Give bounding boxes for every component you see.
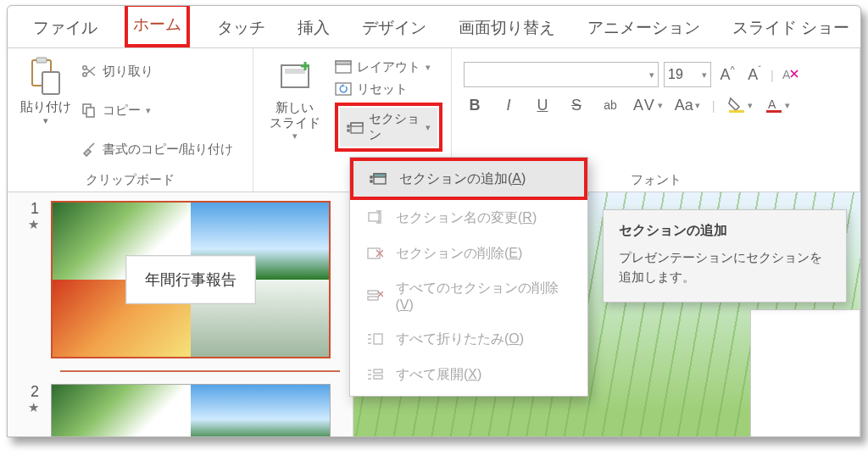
scissors-icon <box>81 63 97 80</box>
slide-1-title: 年間行事報告 <box>125 255 256 304</box>
tab-slideshow[interactable]: スライド ショー <box>727 10 854 47</box>
layout-label: レイアウト <box>357 59 420 75</box>
svg-rect-30 <box>374 375 382 379</box>
bold-button[interactable]: B <box>464 94 486 116</box>
slide-thumbnail-1[interactable]: 年間行事報告 <box>51 201 331 358</box>
tab-file[interactable]: ファイル <box>28 10 103 47</box>
app-window: ファイル ホーム タッチ 挿入 デザイン 画面切り替え アニメーション スライド… <box>7 5 861 437</box>
svg-rect-27 <box>368 297 378 300</box>
chevron-down-icon: ▾ <box>426 62 431 73</box>
section-rename-icon <box>365 208 384 227</box>
paste-button[interactable]: 貼り付け ▾ <box>16 53 75 167</box>
tab-design[interactable]: デザイン <box>357 10 431 47</box>
copy-label: コピー <box>103 103 141 119</box>
section-button[interactable]: セクション ▾ <box>340 108 437 147</box>
group-title-clipboard: クリップボード <box>16 167 244 188</box>
svg-rect-12 <box>351 123 363 133</box>
menu-label: すべて折りたたみ(O) <box>396 330 524 348</box>
chevron-down-icon: ▾ <box>649 69 654 81</box>
strike-button[interactable]: S <box>565 94 587 116</box>
grow-font-button[interactable]: A^ <box>716 64 738 86</box>
slide-thumbnail-2[interactable] <box>51 384 331 436</box>
new-slide-label: 新しい スライド <box>270 100 320 131</box>
format-painter-button[interactable]: 書式のコピー/貼り付け <box>81 141 233 158</box>
svg-rect-23 <box>370 181 372 182</box>
animation-star-icon: ★ <box>28 401 39 414</box>
collapse-all-icon <box>365 330 384 348</box>
slide-number: 2★ <box>28 384 39 414</box>
highlight-section-button: セクション ▾ <box>335 103 442 152</box>
cut-label: 切り取り <box>103 64 153 80</box>
svg-point-4 <box>83 66 86 69</box>
chevron-down-icon: ▾ <box>426 122 431 133</box>
ribbon-tabs: ファイル ホーム タッチ 挿入 デザイン 画面切り替え アニメーション スライド… <box>8 6 860 48</box>
slide-title-placeholder[interactable] <box>750 309 860 436</box>
underline-button[interactable]: U <box>531 94 554 116</box>
chevron-down-icon: ▾ <box>292 131 298 142</box>
svg-point-3 <box>83 73 86 76</box>
change-case-button[interactable]: Aa <box>675 94 700 116</box>
svg-rect-10 <box>336 61 351 64</box>
section-label: セクション <box>369 111 420 143</box>
menu-label: セクション名の変更(R) <box>396 209 537 227</box>
menu-label: すべて展開(X) <box>396 366 481 384</box>
char-spacing-button[interactable]: AV <box>633 94 663 116</box>
tab-transition[interactable]: 画面切り替え <box>453 10 560 47</box>
format-painter-label: 書式のコピー/貼り付け <box>103 142 233 158</box>
menu-label: セクションの削除(E) <box>396 245 522 263</box>
tab-touch[interactable]: タッチ <box>212 10 270 47</box>
svg-rect-21 <box>374 174 386 177</box>
svg-rect-26 <box>368 291 378 294</box>
menu-add-section[interactable]: セクションの追加(A) <box>353 161 584 197</box>
tooltip-title: セクションの追加 <box>619 222 831 240</box>
reset-button[interactable]: リセット <box>335 81 442 97</box>
section-remove-all-icon <box>365 287 384 306</box>
svg-rect-6 <box>86 108 94 117</box>
svg-rect-28 <box>374 334 382 344</box>
expand-all-icon <box>365 365 384 384</box>
svg-rect-25 <box>368 248 380 258</box>
font-color-button[interactable]: A <box>765 94 790 116</box>
font-size-value: 19 <box>668 67 683 82</box>
slide-thumbnail-panel: 1★ 年間行事報告 2★ <box>8 192 353 436</box>
tooltip: セクションの追加 プレゼンテーションにセクションを追加します。 <box>603 209 847 303</box>
clear-formatting-button[interactable]: A <box>779 64 801 86</box>
shrink-font-button[interactable]: Aˇ <box>743 64 765 86</box>
new-slide-button[interactable]: 新しい スライド ▾ <box>262 53 328 169</box>
menu-remove-section: セクションの削除(E) <box>350 236 587 271</box>
menu-remove-all-sections: すべてのセクションの削除(V) <box>350 271 587 321</box>
tab-home[interactable]: ホーム <box>125 5 190 47</box>
new-slide-icon <box>276 57 314 97</box>
tab-insert[interactable]: 挿入 <box>292 10 335 47</box>
italic-button[interactable]: I <box>498 94 520 116</box>
highlight-color-button[interactable] <box>727 94 753 116</box>
text-shadow-button[interactable]: ab <box>599 94 621 116</box>
svg-rect-22 <box>370 176 372 178</box>
section-add-icon <box>369 169 387 188</box>
svg-rect-14 <box>348 125 349 127</box>
svg-rect-1 <box>36 58 47 63</box>
svg-text:A: A <box>782 68 791 81</box>
chevron-down-icon: ▾ <box>146 105 151 116</box>
chevron-down-icon: ▾ <box>702 69 707 81</box>
tab-animation[interactable]: アニメーション <box>582 10 705 47</box>
section-remove-icon <box>365 244 384 263</box>
svg-text:A: A <box>768 97 776 111</box>
svg-rect-15 <box>348 130 349 131</box>
font-name-combo[interactable]: ▾ <box>464 62 659 87</box>
font-size-combo[interactable]: 19 ▾ <box>664 62 711 87</box>
svg-rect-29 <box>374 369 382 373</box>
slide-number: 1★ <box>28 201 39 230</box>
layout-icon <box>335 58 352 75</box>
menu-label: セクションの追加(A) <box>399 170 526 188</box>
reset-label: リセット <box>357 81 408 97</box>
layout-button[interactable]: レイアウト ▾ <box>335 58 442 75</box>
menu-label: すべてのセクションの削除(V) <box>396 280 573 313</box>
cut-button[interactable]: 切り取り <box>81 63 233 80</box>
paste-icon <box>29 57 63 96</box>
menu-expand-all: すべて展開(X) <box>350 357 587 392</box>
section-dropdown-menu: セクションの追加(A) セクション名の変更(R) セクションの削除(E) <box>349 157 588 397</box>
copy-button[interactable]: コピー ▾ <box>81 102 233 119</box>
insertion-marker <box>60 370 340 372</box>
svg-rect-19 <box>766 110 782 113</box>
